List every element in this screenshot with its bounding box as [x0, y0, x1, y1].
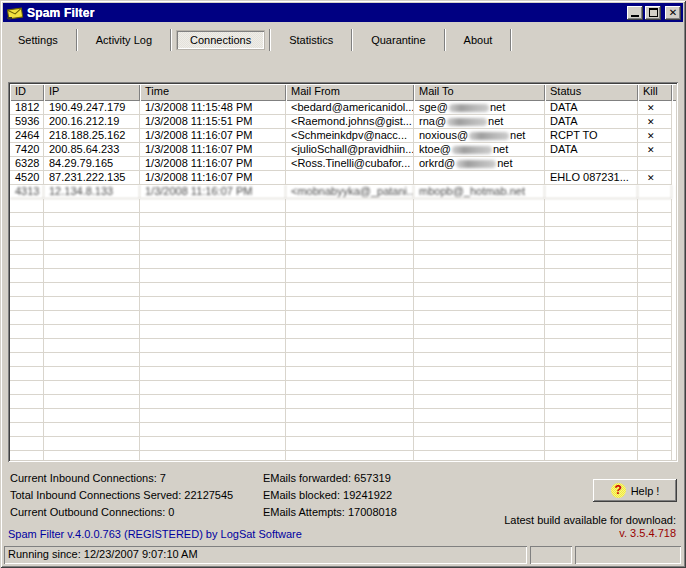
redacted-smudge: [449, 104, 489, 112]
cell-empty: [414, 199, 545, 213]
column-header-mail-to[interactable]: Mail To: [414, 84, 545, 101]
tab-separator: [510, 29, 512, 51]
cell-empty: [10, 311, 44, 325]
cell-id: 2464: [10, 129, 44, 143]
table-row[interactable]: 632884.29.79.1651/3/2008 11:16:07 PM<Ros…: [10, 157, 676, 171]
table-row[interactable]: 2464218.188.25.1621/3/2008 11:16:07 PM<S…: [10, 129, 676, 143]
cell-empty: [10, 213, 44, 227]
redacted-smudge: [469, 132, 509, 140]
cell-mail-to: [414, 171, 545, 185]
cell-kill: [638, 185, 672, 199]
cell-empty: [545, 367, 638, 381]
cell-empty: [286, 395, 414, 409]
cell-time: 1/3/2008 11:16:07 PM: [140, 171, 286, 185]
cell-empty: [140, 311, 286, 325]
cell-empty: [545, 199, 638, 213]
cell-filler: [672, 227, 676, 241]
cell-mail-to: mbopb@_hotmab.net: [414, 185, 545, 199]
cell-empty: [414, 269, 545, 283]
tab-activity-log[interactable]: Activity Log: [83, 31, 165, 49]
cell-status: [545, 157, 638, 171]
cell-empty: [414, 409, 545, 423]
cell-empty: [638, 241, 672, 255]
table-empty-row: [10, 339, 676, 353]
cell-empty: [286, 367, 414, 381]
cell-filler: [672, 297, 676, 311]
cell-mail-from: [286, 171, 414, 185]
stat-emails-blocked: EMails blocked: 19241922: [263, 487, 397, 504]
cell-empty: [545, 311, 638, 325]
cell-empty: [414, 213, 545, 227]
cell-kill[interactable]: ✕: [638, 171, 672, 185]
cell-kill[interactable]: ✕: [638, 129, 672, 143]
table-empty-row: [10, 241, 676, 255]
column-header-kill[interactable]: Kill: [638, 84, 672, 101]
table-row[interactable]: 1812190.49.247.1791/3/2008 11:15:48 PM<b…: [10, 101, 676, 115]
close-button[interactable]: ✕: [665, 6, 681, 20]
column-header-mail-from[interactable]: Mail From: [286, 84, 414, 101]
cell-empty: [140, 451, 286, 460]
table-row[interactable]: 7420200.85.64.2331/3/2008 11:16:07 PM<ju…: [10, 143, 676, 157]
cell-filler: [672, 283, 676, 297]
cell-status: [545, 185, 638, 199]
cell-empty: [140, 367, 286, 381]
column-header-time[interactable]: Time: [140, 84, 286, 101]
cell-ip: 12.134.8.133: [44, 185, 140, 199]
cell-empty: [414, 227, 545, 241]
cell-mail-to: rna@net: [414, 115, 545, 129]
minimize-button[interactable]: [627, 6, 643, 20]
tab-connections[interactable]: Connections: [177, 31, 264, 49]
cell-empty: [638, 381, 672, 395]
tab-separator: [444, 29, 446, 51]
cell-empty: [638, 199, 672, 213]
table-row[interactable]: 431312.134.8.1331/3/2008 11:16:07 PM<mob…: [10, 185, 676, 199]
cell-empty: [286, 199, 414, 213]
cell-empty: [10, 353, 44, 367]
cell-empty: [545, 451, 638, 460]
cell-empty: [44, 255, 140, 269]
tab-about[interactable]: About: [451, 31, 506, 49]
redacted-smudge: [447, 118, 487, 126]
cell-status: DATA: [545, 143, 638, 157]
table-empty-row: [10, 311, 676, 325]
cell-empty: [638, 311, 672, 325]
column-header-ip[interactable]: IP: [44, 84, 140, 101]
cell-filler: [672, 437, 676, 451]
cell-empty: [545, 227, 638, 241]
cell-kill[interactable]: ✕: [638, 115, 672, 129]
cell-mail-to: orkrd@net: [414, 157, 545, 171]
cell-empty: [638, 227, 672, 241]
tab-statistics[interactable]: Statistics: [276, 31, 346, 49]
help-button[interactable]: ? Help !: [593, 479, 677, 502]
cell-empty: [140, 255, 286, 269]
cell-empty: [140, 199, 286, 213]
cell-empty: [10, 437, 44, 451]
tab-settings[interactable]: Settings: [5, 31, 71, 49]
cell-filler: [672, 115, 676, 129]
latest-build-label: Latest build available for download:: [504, 514, 676, 526]
cell-empty: [140, 325, 286, 339]
cell-filler: [672, 339, 676, 353]
maximize-button[interactable]: [645, 6, 661, 20]
cell-empty: [44, 241, 140, 255]
cell-empty: [638, 339, 672, 353]
cell-kill[interactable]: ✕: [638, 143, 672, 157]
cell-time: 1/3/2008 11:16:07 PM: [140, 129, 286, 143]
cell-kill[interactable]: ✕: [638, 101, 672, 115]
cell-empty: [140, 437, 286, 451]
table-row[interactable]: 452087.231.222.1351/3/2008 11:16:07 PMEH…: [10, 171, 676, 185]
tab-quarantine[interactable]: Quarantine: [358, 31, 438, 49]
cell-empty: [44, 283, 140, 297]
column-header-id[interactable]: ID: [10, 84, 44, 101]
cell-filler: [672, 241, 676, 255]
cell-empty: [545, 297, 638, 311]
cell-mail-from: <Ross.Tinelli@cubafor...: [286, 157, 414, 171]
table-empty-row: [10, 367, 676, 381]
cell-empty: [286, 437, 414, 451]
cell-empty: [10, 409, 44, 423]
column-header-status[interactable]: Status: [545, 84, 638, 101]
titlebar: Spam Filter ✕: [3, 3, 683, 22]
table-empty-row: [10, 451, 676, 460]
table-row[interactable]: 5936200.16.212.191/3/2008 11:15:51 PM<Ra…: [10, 115, 676, 129]
cell-empty: [638, 409, 672, 423]
